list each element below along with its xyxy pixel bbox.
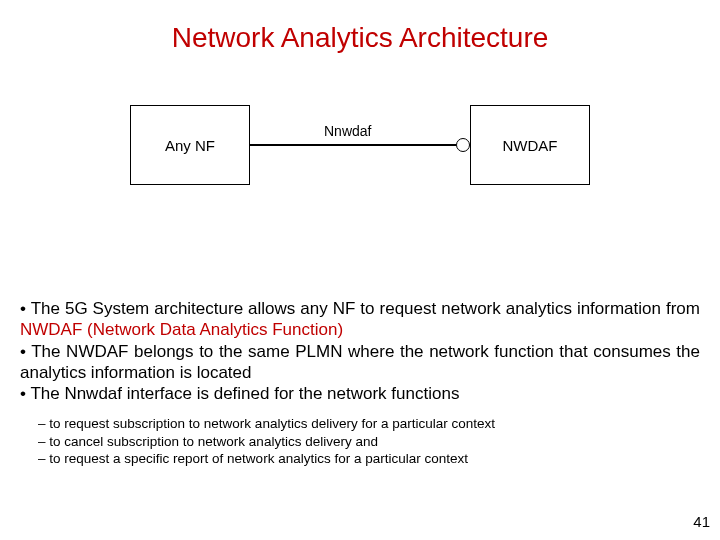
page-number: 41 [693, 513, 710, 530]
bullet-1-pre: The 5G System architecture allows any NF… [31, 299, 700, 318]
connector-line [250, 144, 456, 146]
sub-bullets: – to request subscription to network ana… [20, 415, 700, 468]
interface-label: Nnwdaf [320, 123, 375, 139]
box-nwdaf: NWDAF [470, 105, 590, 185]
bullet-2: • The NWDAF belongs to the same PLMN whe… [20, 341, 700, 384]
sub-bullet-2: – to cancel subscription to network anal… [20, 433, 700, 451]
architecture-diagram: Any NF Nnwdaf NWDAF [130, 105, 590, 195]
lollipop-socket-icon [456, 138, 470, 152]
body-bullets: • The 5G System architecture allows any … [20, 298, 700, 404]
slide: Network Analytics Architecture Any NF Nn… [0, 0, 720, 540]
bullet-3: • The Nnwdaf interface is defined for th… [20, 383, 700, 404]
sub-bullet-3: – to request a specific report of networ… [20, 450, 700, 468]
sub-bullet-1: – to request subscription to network ana… [20, 415, 700, 433]
nwdaf-term: NWDAF (Network Data Analytics Function) [20, 320, 343, 339]
slide-title: Network Analytics Architecture [0, 22, 720, 54]
bullet-1: • The 5G System architecture allows any … [20, 298, 700, 341]
box-any-nf: Any NF [130, 105, 250, 185]
